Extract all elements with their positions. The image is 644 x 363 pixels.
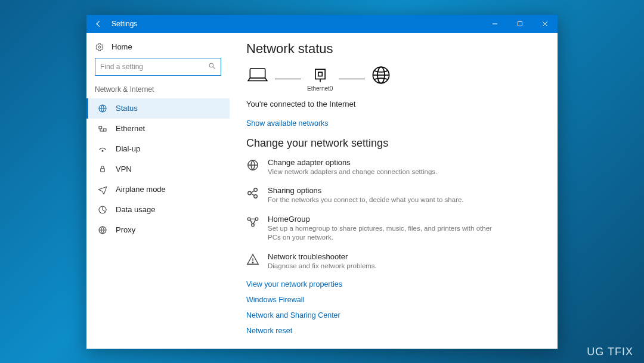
globe-icon	[371, 65, 391, 85]
svg-point-5	[209, 63, 213, 67]
sidebar-item-label: Ethernet	[116, 124, 145, 133]
search-icon	[208, 62, 216, 72]
option-title: HomeGroup	[268, 215, 503, 224]
option-desc: For the networks you connect to, decide …	[268, 196, 464, 205]
minimize-button[interactable]	[482, 15, 507, 33]
svg-line-25	[251, 191, 254, 193]
home-button[interactable]: Home	[86, 39, 230, 58]
option-title: Network troubleshooter	[268, 252, 377, 261]
homegroup-icon	[246, 215, 259, 243]
sidebar-item-status[interactable]: Status	[86, 98, 230, 119]
option-sharing[interactable]: Sharing options For the networks you con…	[246, 186, 503, 205]
dialup-icon	[98, 144, 107, 154]
link-sharing-center[interactable]: Network and Sharing Center	[246, 311, 541, 319]
vpn-icon	[98, 165, 107, 174]
svg-point-24	[254, 195, 258, 198]
option-homegroup[interactable]: HomeGroup Set up a homegroup to share pi…	[246, 215, 503, 243]
sidebar-item-proxy[interactable]: Proxy	[86, 220, 230, 240]
sidebar-item-ethernet[interactable]: Ethernet	[86, 119, 230, 139]
link-view-properties[interactable]: View your network properties	[246, 280, 541, 288]
back-button[interactable]	[90, 15, 107, 33]
proxy-icon	[98, 225, 107, 235]
network-diagram: Ethernet0	[246, 65, 541, 94]
svg-line-6	[213, 67, 215, 69]
sidebar-item-label: Proxy	[116, 225, 135, 234]
sidebar-item-vpn[interactable]: VPN	[86, 159, 230, 179]
home-label: Home	[112, 42, 132, 51]
sidebar-item-label: Data usage	[116, 205, 156, 214]
svg-rect-11	[101, 168, 105, 171]
option-change-adapter[interactable]: Change adapter options View network adap…	[246, 158, 503, 177]
option-title: Sharing options	[268, 186, 464, 195]
svg-point-29	[252, 224, 255, 227]
airplane-icon	[98, 185, 107, 194]
sidebar-item-dialup[interactable]: Dial-up	[86, 139, 230, 159]
svg-rect-14	[250, 68, 265, 77]
svg-point-10	[102, 150, 103, 151]
titlebar: Settings	[86, 15, 558, 33]
option-desc: Diagnose and fix network problems.	[268, 262, 377, 271]
link-windows-firewall[interactable]: Windows Firewall	[246, 296, 541, 304]
adapter-icon	[312, 66, 328, 84]
option-desc: Set up a homegroup to share pictures, mu…	[268, 224, 503, 243]
change-settings-heading: Change your network settings	[246, 137, 541, 150]
window-title: Settings	[112, 20, 137, 28]
link-network-reset[interactable]: Network reset	[246, 327, 541, 335]
svg-point-31	[252, 262, 253, 262]
close-button[interactable]	[532, 15, 558, 33]
svg-point-4	[98, 46, 101, 48]
svg-rect-8	[99, 126, 102, 129]
svg-rect-1	[518, 21, 522, 26]
window-controls	[482, 15, 558, 33]
sidebar: Home Network & Internet Status Ethernet	[86, 33, 230, 349]
search-input[interactable]	[100, 63, 208, 71]
page-title: Network status	[246, 41, 541, 57]
show-available-networks-link[interactable]: Show available networks	[246, 119, 541, 128]
option-title: Change adapter options	[268, 158, 437, 167]
settings-window: Settings Home	[86, 15, 558, 349]
warning-icon	[246, 252, 259, 271]
svg-point-22	[248, 191, 252, 195]
status-icon	[98, 104, 107, 113]
search-box[interactable]	[95, 58, 221, 76]
sharing-icon	[246, 186, 259, 205]
connection-status: You're connected to the Internet	[246, 100, 541, 108]
sidebar-item-airplane[interactable]: Airplane mode	[86, 179, 230, 200]
option-troubleshooter[interactable]: Network troubleshooter Diagnose and fix …	[246, 252, 503, 271]
sidebar-item-datausage[interactable]: Data usage	[86, 200, 230, 220]
globe-small-icon	[246, 158, 259, 177]
svg-rect-9	[103, 129, 106, 131]
adapter-label: Ethernet0	[307, 85, 333, 92]
gear-icon	[95, 42, 104, 52]
ethernet-icon	[98, 124, 107, 134]
main-content: Network status Ethernet0	[230, 33, 558, 349]
watermark: UG TFIX	[587, 346, 633, 358]
option-desc: View network adapters and change connect…	[268, 167, 437, 177]
svg-line-26	[251, 194, 254, 196]
svg-point-23	[254, 188, 258, 192]
datausage-icon	[98, 205, 107, 215]
svg-rect-15	[315, 69, 325, 79]
sidebar-item-label: Status	[116, 104, 138, 113]
sidebar-item-label: Airplane mode	[116, 185, 166, 194]
laptop-icon	[246, 66, 269, 84]
sidebar-item-label: VPN	[116, 165, 132, 173]
sidebar-item-label: Dial-up	[116, 144, 140, 153]
svg-rect-16	[318, 72, 322, 76]
maximize-button[interactable]	[507, 15, 532, 33]
sidebar-category: Network & Internet	[86, 82, 230, 98]
